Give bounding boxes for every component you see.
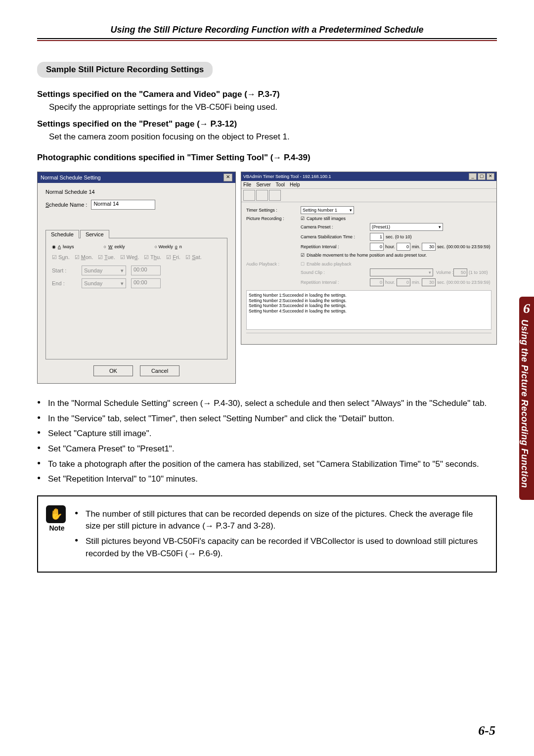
instruction-item: Select "Capture still image".	[48, 428, 497, 440]
bullet-dot-icon	[37, 398, 48, 410]
start-time-input: 00:00	[131, 266, 161, 275]
bullet-dot-icon	[37, 413, 48, 425]
bullet-dot-icon	[75, 508, 86, 533]
sec1-body: Specify the appropriate settings for the…	[49, 102, 497, 112]
schedule-name-label: Schedule Name :	[45, 202, 87, 208]
start-label: Start :	[52, 267, 77, 273]
picture-recording-label: Picture Recording :	[246, 216, 301, 221]
tt-body: Timer Settings : Setting Number 1▾ Pictu…	[241, 202, 496, 344]
bullet-dot-icon	[37, 428, 48, 440]
chk-tue: ☑ Tue.	[98, 254, 115, 261]
section-pill: Sample Still Picture Recording Settings	[37, 62, 213, 78]
sec3-head: Photographic conditions specified in "Ti…	[37, 153, 497, 163]
dialog-titlebar: Normal Schedule Setting ✕	[38, 172, 235, 183]
instruction-item: To take a photograph after the position …	[48, 458, 497, 471]
toolbar-btn-1[interactable]	[243, 190, 255, 201]
repetition-hint: sec. (00:00:00 to 23:59:59)	[437, 244, 490, 249]
radio-weekly[interactable]: ○ Weekly	[104, 244, 125, 249]
schedule-heading: Normal Schedule 14	[45, 189, 227, 195]
camera-preset-select[interactable]: (Preset1)▾	[370, 223, 443, 231]
statusbar	[246, 333, 491, 340]
running-head: Using the Still Picture Recording Functi…	[37, 25, 497, 35]
note-body: The number of still pictures that can be…	[75, 505, 485, 563]
tab-panel-schedule: ◉ Always ○ Weekly ○ Weekly on ☑ Sun. ☑ M…	[45, 238, 227, 359]
sec2-body: Set the camera zoom position focusing on…	[49, 132, 497, 142]
close-icon[interactable]: ✕	[223, 174, 232, 181]
timer-settings-label: Timer Settings :	[246, 208, 301, 213]
stabilization-input[interactable]: 1	[370, 233, 384, 241]
chapter-number: 6	[519, 301, 534, 316]
capture-still-checkbox[interactable]: ☑ Capture still images	[301, 216, 346, 221]
toolbar-btn-3[interactable]	[269, 190, 281, 201]
menu-server[interactable]: Server	[256, 182, 270, 187]
menu-file[interactable]: File	[243, 182, 251, 187]
instruction-item: Set "Camera Preset" to "Preset1".	[48, 443, 497, 455]
volume-hint: (1 to 100)	[469, 270, 488, 275]
instruction-item: In the "Service" tab, select "Timer", th…	[48, 413, 497, 425]
tab-service[interactable]: Service	[80, 230, 109, 238]
page-number: 6-5	[478, 723, 495, 738]
audio-rep-h: 0	[370, 278, 384, 286]
bullet-dot-icon	[75, 535, 86, 560]
audio-rep-hint: sec. (00:00:00 to 23:59:59)	[437, 280, 490, 285]
status-line: Setting Number 4:Succeeded in loading th…	[249, 309, 489, 314]
note-icon: ✋	[46, 505, 66, 523]
chk-wed: ☑ Wed.	[120, 254, 139, 261]
volume-label: Volume :	[436, 270, 453, 275]
ok-button[interactable]: OK	[93, 365, 133, 376]
instruction-item: Set "Repetition Interval" to "10" minute…	[48, 473, 497, 486]
weekday-row: ☑ Sun. ☑ Mon. ☑ Tue. ☑ Wed. ☑ Thu. ☑ Fri…	[52, 254, 221, 261]
sec1-head: Settings specified on the "Camera and Vi…	[37, 89, 497, 99]
rep-sec-input[interactable]: 30	[422, 243, 436, 251]
instruction-item: In the "Normal Schedule Setting" screen …	[48, 398, 497, 410]
disable-movement-checkbox[interactable]: ☑ Disable movement to the home position …	[301, 253, 427, 258]
bullet-dot-icon	[37, 473, 48, 486]
audio-rep-label: Repetition Interval :	[301, 280, 370, 285]
tabs: Schedule Service	[45, 229, 227, 238]
enable-audio-checkbox: ☐ Enable audio playback	[301, 262, 352, 267]
bullet-dot-icon	[37, 443, 48, 455]
normal-schedule-dialog: Normal Schedule Setting ✕ Normal Schedul…	[37, 172, 236, 384]
tt-title-text: VBAdmin Timer Setting Tool - 192.168.100…	[243, 174, 331, 179]
rep-hour-input[interactable]: 0	[370, 243, 384, 251]
sec2-head: Settings specified on the "Preset" page …	[37, 119, 497, 129]
status-line: Setting Number 2:Succeeded in loading th…	[249, 298, 489, 304]
tab-schedule[interactable]: Schedule	[45, 230, 79, 238]
rep-min-input[interactable]: 0	[397, 243, 410, 251]
timer-setting-tool-window: VBAdmin Timer Setting Tool - 192.168.100…	[241, 172, 497, 345]
maximize-icon[interactable]: ▢	[478, 173, 486, 180]
setting-number-select[interactable]: Setting Number 1▾	[301, 206, 354, 214]
note-item: The number of still pictures that can be…	[86, 508, 485, 533]
audio-rep-m: 0	[397, 278, 410, 286]
chk-sun: ☑ Sun.	[52, 254, 70, 261]
status-log: Setting Number 1:Succeeded in loading th…	[246, 290, 491, 330]
minimize-icon[interactable]: _	[469, 173, 477, 180]
chk-fri: ☑ Fri.	[166, 254, 180, 261]
tt-menubar: File Server Tool Help	[241, 181, 496, 188]
chk-sat: ☑ Sat.	[185, 254, 202, 261]
bullet-dot-icon	[37, 458, 48, 471]
repetition-label: Repetition Interval :	[301, 244, 370, 249]
menu-tool[interactable]: Tool	[276, 182, 285, 187]
menu-help[interactable]: Help	[290, 182, 300, 187]
schedule-name-input[interactable]: Normal 14	[91, 200, 155, 210]
audio-playback-label: Audio Playback :	[246, 262, 301, 267]
note-label: Note	[46, 524, 68, 532]
dialog-title: Normal Schedule Setting	[41, 175, 101, 180]
header-rule	[37, 38, 497, 42]
volume-input: 50	[453, 268, 467, 276]
end-time-input: 00:00	[131, 278, 161, 288]
radio-always[interactable]: ◉ Always	[52, 244, 74, 249]
audio-rep-s: 30	[422, 278, 436, 286]
cancel-button[interactable]: Cancel	[140, 365, 179, 376]
camera-preset-label: Camera Preset :	[301, 224, 370, 229]
note-item: Still pictures beyond VB-C50Fi's capacit…	[86, 535, 485, 560]
tt-titlebar: VBAdmin Timer Setting Tool - 192.168.100…	[241, 172, 496, 181]
chapter-title-vertical: Using the Picture Recording Function	[519, 319, 530, 488]
toolbar-btn-2[interactable]	[256, 190, 268, 201]
radio-weekly-on[interactable]: ○ Weekly on	[154, 244, 181, 249]
close-icon[interactable]: ✕	[487, 173, 494, 180]
chk-mon: ☑ Mon.	[75, 254, 93, 261]
status-line: Setting Number 3:Succeeded in loading th…	[249, 303, 489, 309]
chapter-side-tab: 6 Using the Picture Recording Function	[519, 297, 534, 500]
